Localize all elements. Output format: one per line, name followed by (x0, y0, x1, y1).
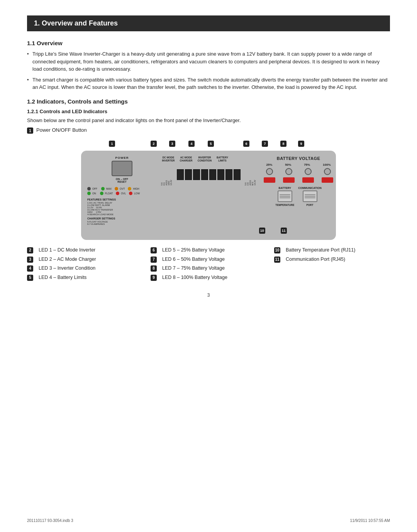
legend-item-empty-1 (274, 265, 390, 272)
label-num-10: 10 (259, 228, 265, 234)
legend-item-9: 9 LED 8 – 100% Battery Voltage (151, 274, 266, 281)
legend-badge-11: 11 (274, 257, 280, 263)
legend-text-2: LED 1 – DC Mode Inverter (39, 247, 95, 254)
digit-1 (177, 169, 184, 180)
spacer-3 (216, 228, 259, 234)
panel-middle: DC MODEINVERTER AC MODECHARGER INVERTERC… (161, 156, 256, 225)
led-float (100, 192, 103, 195)
led-low-label: LOW (134, 192, 140, 195)
display-area (177, 166, 241, 183)
conn-line-5 (305, 196, 315, 197)
comm-port-block: COMMUNICATION PORT (298, 187, 322, 206)
battery-connector (278, 190, 292, 202)
legend-item-6: 6 LED 5 – 25% Battery Voltage (151, 247, 266, 254)
subsection-1-title: 1.1 Overview (27, 40, 390, 46)
label-num-5: 5 (208, 141, 214, 147)
legend-text-6: LED 5 – 25% Battery Voltage (162, 247, 225, 254)
label-num-7: 7 (262, 141, 268, 147)
panel-body: POWER ON – OFFRESET OFF MAX (81, 151, 336, 240)
legend-item-8: 8 LED 7 – 75% Battery Voltage (151, 265, 266, 272)
charger-item-2: 6-7-8-AMPERES (87, 223, 157, 225)
legend-item-3: 3 LED 2 – AC Mode Charger (27, 256, 143, 263)
batt-bar-100 (322, 177, 333, 183)
panel-left: POWER ON – OFFRESET OFF MAX (87, 156, 157, 225)
legend-text-9: LED 8 – 100% Battery Voltage (162, 274, 227, 281)
batt-25: 25% (266, 163, 272, 167)
led-high (128, 187, 131, 190)
legend-item-5: 5 LED 4 – Battery Limits (27, 274, 143, 281)
badge-1: 1 (27, 127, 33, 134)
led-on (87, 192, 91, 195)
batt-75: 75% (304, 163, 310, 167)
legend-text-3: LED 2 – AC Mode Charger (39, 256, 96, 263)
settings-section: FEATURES SETTINGS 1-DC-AC TRAN. DELAY 2-… (87, 198, 157, 225)
legend-badge-4: 4 (27, 265, 33, 272)
conn-line-4 (305, 194, 315, 195)
batt-50: 50% (285, 163, 291, 167)
led-ovt-label: OVT (120, 187, 125, 190)
legend-badge-6: 6 (151, 247, 157, 253)
legend-text-10: Battery Temperature Port (RJ11) (286, 247, 355, 254)
legend-badge-7: 7 (151, 257, 157, 263)
legend-text-5: LED 4 – Battery Limits (39, 274, 86, 281)
port-label: PORT (298, 204, 322, 206)
battery-port-label: BATTERY (275, 187, 294, 189)
batt-led-25 (266, 168, 273, 175)
led-row-2: ON FLOAT OVL LOW (87, 192, 157, 195)
section-header: 1. Overview and Features (27, 15, 390, 31)
led-float-label: FLOAT (105, 192, 113, 195)
batt-bar-75 (302, 177, 314, 183)
legend-item-4: 4 LED 3 – Inverter Condition (27, 265, 143, 272)
legend-badge-9: 9 (151, 275, 157, 281)
intro-text: Shown below are the control panel and in… (27, 117, 390, 124)
legend-item-11: 11 Communication Port (RJ45) (274, 256, 390, 263)
panel-inner: POWER ON – OFFRESET OFF MAX (87, 156, 330, 225)
batt-100: 100% (323, 163, 331, 167)
legend-item-7: 7 LED 6 – 50% Battery Voltage (151, 256, 266, 263)
digit-2 (185, 169, 192, 180)
digit-6 (217, 169, 224, 180)
panel-top-labels: 1 2 3 4 5 6 7 8 9 (81, 139, 336, 150)
digit-8 (234, 169, 241, 180)
label-num-2: 2 (151, 141, 157, 147)
dip-area: 5 68 9AO11100113.2V (161, 166, 256, 187)
led-max (101, 187, 105, 190)
item-1-label: Power ON/OFF Button (36, 127, 87, 133)
bottom-labels: 10 11 (87, 228, 330, 234)
label-num-8: 8 (280, 141, 286, 147)
bullet-2: The smart charger is compatible with var… (27, 76, 390, 91)
footer-right: 11/9/2011 10:57:55 AM (350, 518, 390, 523)
power-button[interactable] (112, 161, 132, 176)
label-num-11: 11 (281, 228, 287, 234)
mode-col-2: AC MODECHARGER (178, 156, 194, 162)
spacer-5 (287, 228, 330, 234)
overview-bullets: Tripp Lite's Sine Wave Inverter-Charger … (27, 50, 390, 91)
label-num-3: 3 (169, 141, 175, 147)
label-num-1: 1 (109, 141, 115, 147)
led-on-label: ON (92, 192, 96, 195)
dip-label-left: 5 68 9AO11100113.2V (161, 166, 172, 185)
comm-port-label: COMMUNICATION (298, 187, 322, 189)
legend-badge-3: 3 (27, 257, 33, 263)
label-num-9: 9 (298, 141, 304, 147)
digit-3 (193, 169, 200, 180)
temperature-label: TEMPERATURE (275, 204, 294, 206)
on-off-reset-label: ON – OFFRESET (87, 178, 157, 183)
batt-led-50 (285, 168, 292, 175)
legend-text-4: LED 3 – Inverter Condition (39, 265, 95, 272)
subsection-2-title: 1.2 Indicators, Controls and Settings (27, 98, 390, 105)
label-num-6: 6 (243, 141, 249, 147)
digit-5 (209, 169, 216, 180)
mode-col-1: DC MODEINVERTER (161, 156, 176, 162)
conn-line-1 (280, 194, 290, 195)
led-ovl-label: OVL (121, 192, 126, 195)
ports-area: BATTERY TEMPERATURE COMMUNICATION (260, 187, 337, 206)
conn-line-3 (280, 197, 290, 198)
page-number: 3 (27, 292, 390, 298)
conn-line-2 (280, 196, 290, 197)
legend-item-empty-2 (274, 274, 390, 281)
features-item-6: 4-SEARCH LOAD MODE (87, 213, 157, 216)
dip-switches-right: 5 60 8AO11M 013.2V (244, 166, 256, 187)
battery-port-block: BATTERY TEMPERATURE (275, 187, 294, 206)
led-max-label: MAX (106, 187, 112, 190)
